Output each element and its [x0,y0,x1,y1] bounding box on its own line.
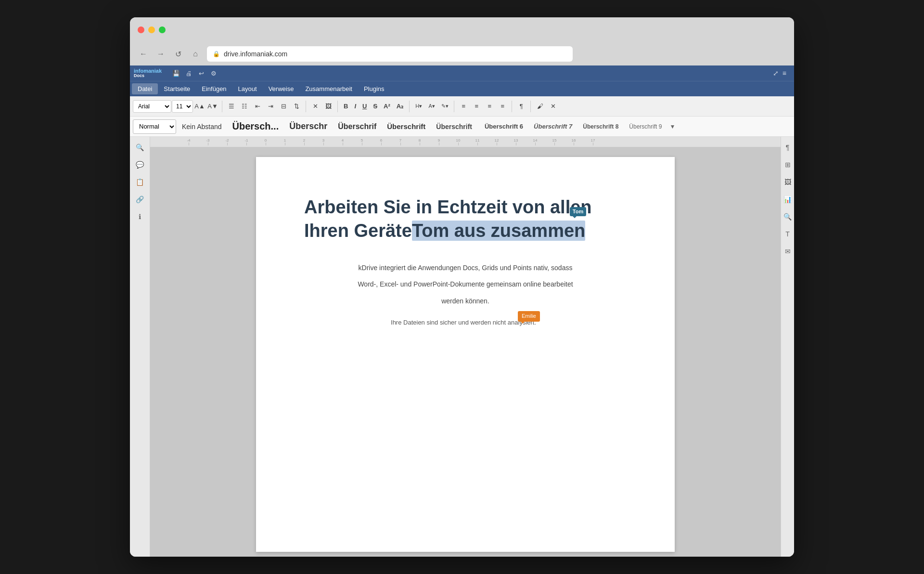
style-ueberschrift-6[interactable]: Überschrift 6 [480,121,528,132]
style-kein-abstand[interactable]: Kein Abstand [177,121,227,132]
close-button[interactable] [138,26,144,33]
settings-icon[interactable]: ⚙ [209,68,218,78]
undo-icon[interactable]: ↩ [196,68,206,78]
menu-layout[interactable]: Layout [232,83,263,94]
underline-btn[interactable]: U [359,100,370,113]
menu-zusammenarbeit[interactable]: Zusammenarbeit [299,83,358,94]
menu-startseite[interactable]: Startseite [158,83,196,94]
mail-icon[interactable]: ✉ [781,245,795,258]
ruler-tick-2: -3 [198,138,218,145]
style-ueberschrift-4[interactable]: Überschrift [382,120,430,132]
forward-button[interactable]: → [155,48,167,60]
bg-color-btn[interactable]: ✎▾ [438,100,451,113]
bullet-list-btn[interactable]: ☰ [225,100,238,113]
body-small-wrapper: Ihre Dateien sind sicher und werden nich… [304,314,627,328]
style-ueberschrift-7[interactable]: Überschrift 7 [529,121,577,132]
list-style-btn[interactable]: ⊟ [277,100,290,113]
app-bar-right: ⤢ ≡ [773,69,790,77]
highlight-btn[interactable]: H▾ [412,100,425,113]
emilie-cursor-badge: Emilie [518,311,540,322]
bold-btn[interactable]: B [341,100,351,113]
clipboard-sidebar-icon[interactable]: 📋 [133,175,147,189]
font-color-btn[interactable]: A▾ [425,100,438,113]
ruler-tick-6: 1 [275,138,295,145]
home-button[interactable]: ⌂ [190,48,201,60]
maximize-button[interactable] [159,26,166,33]
align-center-btn[interactable]: ≡ [470,100,483,113]
style-ueberschrift-5[interactable]: Überschrift [431,121,479,132]
font-selector[interactable]: Arial [133,100,171,113]
zoom-icon[interactable]: 🔍 [781,210,795,223]
body-paragraph-3: werden können. [304,296,627,306]
copy-format-btn[interactable]: 🖌 [534,100,546,113]
menu-einfuegen[interactable]: Einfügen [196,83,232,94]
link-sidebar-icon[interactable]: 🔗 [133,193,147,206]
style-ueberschrift-3[interactable]: Überschrif [333,120,381,133]
ruler-tick-16: 11 [468,138,487,145]
style-ueberschrift-9[interactable]: Überschrift 9 [624,121,667,132]
search-sidebar-icon[interactable]: 🔍 [133,141,147,154]
browser-window: ← → ↺ ⌂ 🔒 drive.infomaniak.com infomania… [130,17,794,557]
document-page[interactable]: Arbeiten Sie in Echtzeit von allen Ihren… [256,157,675,552]
ruler-tick-8: 3 [314,138,333,145]
info-sidebar-icon[interactable]: ℹ [133,210,147,223]
subscript-btn[interactable]: A₂ [394,100,406,113]
indent-increase-btn[interactable]: ⇥ [264,100,277,113]
image-right-icon[interactable]: 🖼 [781,175,795,189]
style-chevron-btn[interactable]: ▼ [667,119,677,134]
para-marks-btn[interactable]: ¶ [515,100,527,113]
ruler-tick-9: 4 [333,138,352,145]
text-format-icon[interactable]: T [781,227,795,241]
font-increase-btn[interactable]: A▲ [193,100,206,113]
ruler-tick-10: 5 [352,138,372,145]
ruler-tick-1: -4 [179,138,198,145]
minimize-button[interactable] [148,26,155,33]
sort-btn[interactable]: ⇅ [290,100,303,113]
para-marks-icon[interactable]: ¶ [781,141,795,154]
app-bar-icons: 💾 🖨 ↩ ⚙ [171,68,218,78]
clear-btn[interactable]: ✕ [309,100,321,113]
title-bar [130,17,794,42]
chart-icon[interactable]: 📊 [781,193,795,206]
ruler-tick-7: 2 [295,138,314,145]
expand-icon[interactable]: ⤢ [773,69,779,77]
table-icon[interactable]: ⊞ [781,158,795,171]
save-icon[interactable]: 💾 [171,68,181,78]
image-btn[interactable]: 🖼 [322,100,334,113]
back-button[interactable]: ← [138,48,149,60]
style-ueberschrift-8[interactable]: Überschrift 8 [578,121,623,132]
ruler-ticks: -4 -3 -2 -1 0 1 2 3 4 5 6 7 8 9 10 11 12 [179,138,603,145]
align-left-btn[interactable]: ≡ [457,100,470,113]
ruler-tick-5: 0 [256,138,275,145]
reload-button[interactable]: ↺ [172,48,184,60]
align-right-btn[interactable]: ≡ [483,100,496,113]
menu-verweise[interactable]: Verweise [263,83,300,94]
strikethrough-btn[interactable]: S [370,100,380,113]
ruler-tick-19: 14 [526,138,545,145]
product-name: Docs [134,74,162,78]
style-dropdown[interactable]: Normal [133,119,176,134]
menu-plugins[interactable]: Plugins [358,83,390,94]
font-decrease-btn[interactable]: A▼ [206,100,219,113]
menu-datei[interactable]: Datei [132,83,158,94]
style-ueberschrift-2[interactable]: Überschr [284,119,332,133]
separator-7 [530,101,531,112]
style-ueberschrift-1[interactable]: Übersch... [228,119,284,134]
italic-btn[interactable]: I [351,100,359,113]
comments-sidebar-icon[interactable]: 💬 [133,158,147,171]
indent-decrease-btn[interactable]: ⇤ [251,100,264,113]
align-justify-btn[interactable]: ≡ [496,100,509,113]
font-size-selector[interactable]: 11 [172,100,193,113]
ruler-wrapper: -4 -3 -2 -1 0 1 2 3 4 5 6 7 8 9 10 11 12 [150,137,781,557]
menu-icon[interactable]: ≡ [783,69,786,77]
num-list-btn[interactable]: ☷ [238,100,251,113]
address-field[interactable]: 🔒 drive.infomaniak.com [207,46,573,62]
print-icon[interactable]: 🖨 [184,68,193,78]
superscript-btn[interactable]: A² [381,100,393,113]
ruler-tick-14: 9 [429,138,449,145]
clear-format-btn[interactable]: ✕ [547,100,559,113]
style-toolbar: Normal Kein Abstand Übersch... Überschr … [130,117,794,137]
list-group: ☰ ☷ ⇤ ⇥ ⊟ ⇅ [225,100,303,113]
address-bar-row: ← → ↺ ⌂ 🔒 drive.infomaniak.com [130,42,794,65]
ruler-tick-20: 15 [545,138,564,145]
